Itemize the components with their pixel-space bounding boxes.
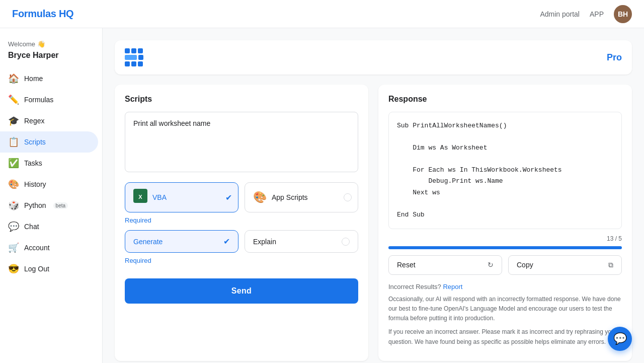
- top-card: Pro: [115, 40, 632, 75]
- sidebar-item-label: Home: [24, 75, 43, 83]
- action-explain[interactable]: Explain: [245, 230, 358, 253]
- progress-bar-container: [388, 246, 622, 249]
- copy-icon: ⧉: [608, 261, 613, 269]
- avatar[interactable]: BH: [614, 5, 632, 23]
- chat-fab-icon: 💬: [613, 332, 627, 345]
- sidebar-item-account[interactable]: 🛒 Account: [0, 237, 98, 258]
- action-row: Generate ✔ Explain: [125, 230, 358, 253]
- progress-bar-fill: [388, 246, 622, 249]
- header: Formulas HQ Admin portal APP BH: [0, 0, 644, 28]
- send-button[interactable]: Send: [125, 278, 358, 304]
- sidebar-item-regex[interactable]: 🎓 Regex: [0, 110, 98, 131]
- python-icon: 🎲: [8, 200, 19, 211]
- scripts-textarea[interactable]: Print all worksheet name: [125, 112, 358, 172]
- account-icon: 🛒: [8, 242, 19, 253]
- sidebar-item-label: Tasks: [24, 159, 42, 167]
- sidebar-item-label: Account: [24, 244, 50, 252]
- sidebar-item-label: History: [24, 180, 46, 188]
- python-badge: beta: [53, 202, 68, 209]
- copy-label: Copy: [517, 261, 533, 269]
- generate-check-icon: ✔: [223, 237, 230, 246]
- logo[interactable]: Formulas HQ: [12, 8, 73, 20]
- sidebar-username: Bryce Harper: [0, 50, 102, 68]
- sidebar-item-label: Formulas: [24, 96, 53, 104]
- incorrect-results: Incorrect Results? Report: [388, 283, 622, 291]
- svg-text:X: X: [138, 194, 142, 200]
- sidebar-item-chat[interactable]: 💬 Chat: [0, 216, 98, 237]
- sidebar-item-label: Regex: [24, 117, 44, 125]
- sidebar-item-home[interactable]: 🏠 Home: [0, 68, 98, 89]
- copy-button[interactable]: Copy ⧉: [508, 255, 622, 275]
- sidebar-item-label: Scripts: [24, 138, 46, 146]
- reset-icon: ↻: [488, 261, 494, 269]
- chat-icon: 💬: [8, 221, 19, 232]
- vba-check-icon: ✔: [225, 193, 232, 202]
- incorrect-desc-2: If you receive an incorrect answer. Plea…: [388, 327, 622, 346]
- app-scripts-label: App Scripts: [272, 193, 308, 201]
- scripts-icon: 📋: [8, 136, 19, 148]
- required-text-1: Required: [125, 216, 358, 224]
- logout-icon: 😎: [8, 263, 19, 274]
- header-right: Admin portal APP BH: [540, 5, 632, 23]
- tasks-icon: ✅: [8, 158, 19, 169]
- history-icon: 🎨: [8, 179, 19, 190]
- explain-radio: [342, 238, 350, 246]
- pro-label: Pro: [607, 52, 622, 63]
- main-content: Pro Scripts Print all worksheet name X: [103, 28, 644, 363]
- sidebar-item-formulas[interactable]: ✏️ Formulas: [0, 89, 98, 110]
- option-vba[interactable]: X VBA ✔: [125, 182, 238, 212]
- reset-label: Reset: [397, 261, 416, 269]
- response-actions: Reset ↻ Copy ⧉: [388, 255, 622, 275]
- required-text-2: Required: [125, 257, 358, 264]
- report-link[interactable]: Report: [443, 283, 462, 291]
- explain-label: Explain: [253, 238, 276, 246]
- sidebar-item-history[interactable]: 🎨 History: [0, 174, 98, 195]
- sidebar-item-logout[interactable]: 😎 Log Out: [0, 258, 98, 279]
- app-link[interactable]: APP: [590, 10, 604, 18]
- grid-logo-icon: [125, 48, 143, 66]
- options-row: X VBA ✔ 🎨 App Scripts: [125, 182, 358, 212]
- panels: Scripts Print all worksheet name X VBA ✔: [115, 85, 632, 361]
- sidebar-item-scripts[interactable]: 📋 Scripts: [0, 131, 98, 153]
- sidebar-welcome: Welcome 👋: [0, 36, 102, 50]
- sidebar-item-label: Log Out: [24, 265, 49, 273]
- sidebar-item-tasks[interactable]: ✅ Tasks: [0, 153, 98, 174]
- vba-label: VBA: [152, 193, 167, 201]
- app-scripts-icon: 🎨: [253, 191, 267, 204]
- layout: Welcome 👋 Bryce Harper 🏠 Home ✏️ Formula…: [0, 28, 644, 363]
- sidebar-item-python[interactable]: 🎲 Python beta: [0, 195, 98, 216]
- option-app-scripts[interactable]: 🎨 App Scripts: [245, 182, 358, 212]
- action-generate[interactable]: Generate ✔: [125, 230, 238, 253]
- sidebar: Welcome 👋 Bryce Harper 🏠 Home ✏️ Formula…: [0, 28, 103, 363]
- scripts-panel-title: Scripts: [125, 95, 358, 104]
- sidebar-item-label: Chat: [24, 223, 39, 231]
- generate-label: Generate: [133, 238, 163, 246]
- regex-icon: 🎓: [8, 115, 19, 126]
- response-count: 13 / 5: [607, 235, 622, 242]
- app-scripts-radio: [344, 193, 352, 201]
- response-meta: 13 / 5: [388, 235, 622, 242]
- vba-icon: X: [133, 189, 147, 206]
- response-panel-title: Response: [388, 95, 622, 104]
- admin-portal-link[interactable]: Admin portal: [540, 10, 580, 18]
- response-code: Sub PrintAllWorksheetNames() Dim ws As W…: [388, 112, 622, 229]
- formulas-icon: ✏️: [8, 94, 19, 105]
- chat-fab[interactable]: 💬: [608, 327, 632, 351]
- incorrect-desc-1: Occasionally, our AI will respond with a…: [388, 295, 622, 324]
- response-panel: Response Sub PrintAllWorksheetNames() Di…: [378, 85, 632, 361]
- scripts-panel: Scripts Print all worksheet name X VBA ✔: [115, 85, 368, 361]
- reset-button[interactable]: Reset ↻: [388, 255, 502, 275]
- incorrect-label: Incorrect Results?: [388, 283, 441, 291]
- sidebar-item-label: Python: [24, 201, 46, 209]
- home-icon: 🏠: [8, 73, 19, 84]
